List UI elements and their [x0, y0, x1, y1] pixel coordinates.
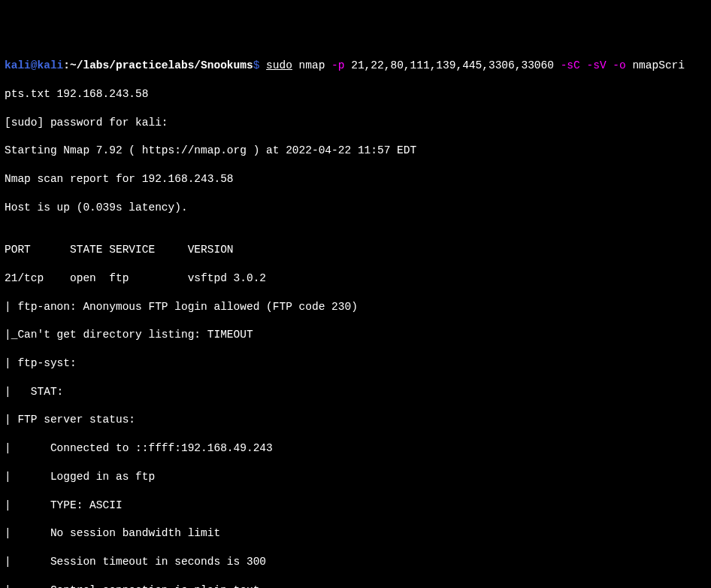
- cmd-flag-p: -p: [331, 59, 344, 71]
- output-line: PORT STATE SERVICE VERSION: [5, 243, 706, 257]
- output-line: | Logged in as ftp: [5, 470, 706, 484]
- cmd-nmap: nmap: [292, 59, 331, 71]
- output-line: | Control connection is plain text: [5, 583, 706, 588]
- output-line: [sudo] password for kali:: [5, 116, 706, 130]
- output-line: | ftp-anon: Anonymous FTP login allowed …: [5, 300, 706, 314]
- output-line: | No session bandwidth limit: [5, 526, 706, 541]
- output-line: | ftp-syst:: [5, 356, 706, 371]
- output-line: Host is up (0.039s latency).: [5, 201, 706, 215]
- output-line: | TYPE: ASCII: [5, 499, 706, 513]
- output-line: |_Can't get directory listing: TIMEOUT: [5, 328, 706, 342]
- cmd-flag-o: -o: [613, 59, 625, 71]
- cmd-ports: 21,22,80,111,139,445,3306,33060: [345, 59, 561, 71]
- output-line: pts.txt 192.168.243.58: [5, 87, 706, 102]
- prompt-path: ~/labs/practicelabs/Snookums: [70, 59, 253, 71]
- output-line: | Session timeout in seconds is 300: [5, 555, 706, 569]
- output-line: | Connected to ::ffff:192.168.49.243: [5, 441, 706, 456]
- command-line: kali@kali:~/labs/practicelabs/Snookums$ …: [5, 59, 706, 73]
- output-line: Nmap scan report for 192.168.243.58: [5, 172, 706, 186]
- cmd-flag-sv: -sV: [586, 59, 606, 71]
- cmd-sudo: sudo: [266, 59, 292, 71]
- prompt-sep: :: [63, 59, 70, 71]
- output-line: | STAT:: [5, 385, 706, 399]
- cmd-rest: nmapScri: [626, 59, 685, 71]
- terminal-output[interactable]: kali@kali:~/labs/practicelabs/Snookums$ …: [5, 59, 706, 588]
- prompt-user: kali@kali: [5, 59, 63, 71]
- output-line: Starting Nmap 7.92 ( https://nmap.org ) …: [5, 144, 706, 158]
- output-line: 21/tcp open ftp vsftpd 3.0.2: [5, 271, 706, 286]
- output-line: | FTP server status:: [5, 413, 706, 427]
- cmd-flag-sc: -sC: [561, 59, 580, 71]
